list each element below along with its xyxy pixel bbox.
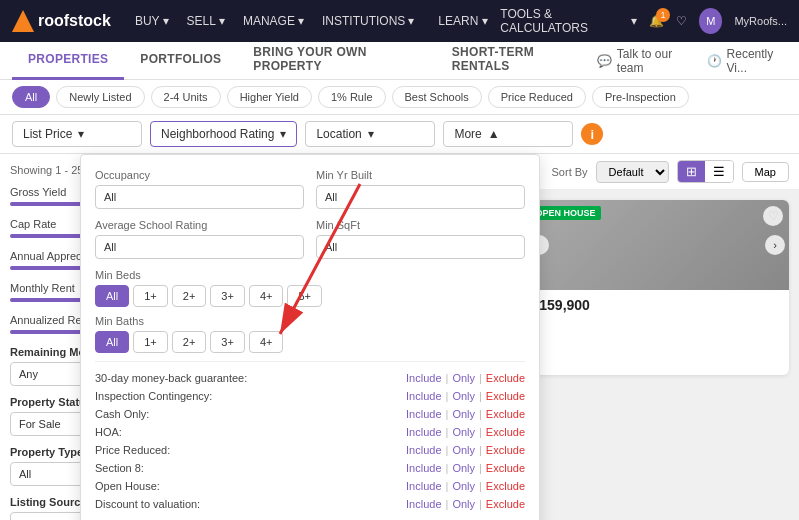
section8-only[interactable]: Only [452,462,475,474]
filter-dropdown-panel: Occupancy All Min Yr Built All Average S… [80,154,540,520]
pill-1pct-rule[interactable]: 1% Rule [318,86,386,108]
price-only[interactable]: Only [452,444,475,456]
talk-to-team[interactable]: 💬 Talk to our team [597,47,691,75]
avg-school-label: Average School Rating [95,219,304,231]
min-yr-built-label: Min Yr Built [316,169,525,181]
card-2-heart[interactable]: ♡ [763,206,783,226]
section8-exclude[interactable]: Exclude [486,462,525,474]
30day-exclude[interactable]: Exclude [486,372,525,384]
user-avatar[interactable]: M [699,8,722,34]
location-dropdown[interactable]: Location ▾ [305,121,435,147]
roof-icon [12,10,34,32]
openhouse-exclude[interactable]: Exclude [486,480,525,492]
nav-manage[interactable]: MANAGE ▾ [235,10,312,32]
min-sqft-select[interactable]: All [316,235,525,259]
cash-only[interactable]: Only [452,408,475,420]
min-sqft-label: Min SqFt [316,219,525,231]
beds-5plus-btn[interactable]: 5+ [287,285,322,307]
nav-buy[interactable]: BUY ▾ [127,10,177,32]
card-2-badge: OPEN HOUSE [531,206,601,220]
favorites-heart[interactable]: ♡ [676,14,687,28]
cash-include[interactable]: Include [406,408,441,420]
brand-name: roofstock [38,12,111,30]
occupancy-select[interactable]: All [95,185,304,209]
subnav-byop[interactable]: BRING YOUR OWN PROPERTY [237,42,435,80]
cap-rate-label: Cap Rate [10,218,56,230]
min-beds-group: All 1+ 2+ 3+ 4+ 5+ [95,285,525,307]
pill-2-4-units[interactable]: 2-4 Units [151,86,221,108]
30day-include[interactable]: Include [406,372,441,384]
school-sqft-row: Average School Rating All Min SqFt All [95,219,525,259]
pill-pre-inspection[interactable]: Pre-Inspection [592,86,689,108]
baths-1plus-btn[interactable]: 1+ [133,331,168,353]
grid-view-btn[interactable]: ⊞ [678,161,705,182]
openhouse-only[interactable]: Only [452,480,475,492]
recently-viewed[interactable]: 🕐 Recently Vi... [707,47,787,75]
pill-best-schools[interactable]: Best Schools [392,86,482,108]
toggle-discount: Discount to valuation: Include | Only | … [95,498,525,510]
top-nav: roofstock BUY ▾ SELL ▾ MANAGE ▾ INSTITUT… [0,0,799,42]
beds-1plus-btn[interactable]: 1+ [133,285,168,307]
inspection-only[interactable]: Only [452,390,475,402]
nav-sell[interactable]: SELL ▾ [179,10,233,32]
inspection-include[interactable]: Include [406,390,441,402]
pill-higher-yield[interactable]: Higher Yield [227,86,312,108]
baths-2plus-btn[interactable]: 2+ [172,331,207,353]
nav-institutions[interactable]: INSTITUTIONS ▾ [314,10,422,32]
nav-right: LEARN ▾ TOOLS & CALCULATORS ▾ 🔔 1 ♡ M My… [438,7,787,35]
avg-school-select[interactable]: All [95,235,304,259]
toggle-hoa: HOA: Include | Only | Exclude [95,426,525,438]
beds-3plus-btn[interactable]: 3+ [210,285,245,307]
list-price-dropdown[interactable]: List Price ▾ [12,121,142,147]
sub-nav-right: 💬 Talk to our team 🕐 Recently Vi... [597,47,787,75]
pill-all[interactable]: All [12,86,50,108]
sort-label: Sort By [552,166,588,178]
inspection-exclude[interactable]: Exclude [486,390,525,402]
pill-price-reduced[interactable]: Price Reduced [488,86,586,108]
nav-items: BUY ▾ SELL ▾ MANAGE ▾ INSTITUTIONS ▾ [127,10,422,32]
neighborhood-rating-dropdown[interactable]: Neighborhood Rating ▾ [150,121,297,147]
price-include[interactable]: Include [406,444,441,456]
subnav-properties[interactable]: PROPERTIES [12,42,124,80]
property-card-2[interactable]: OPEN HOUSE ‹ › ♡ $159,900 [525,200,790,375]
30day-only[interactable]: Only [452,372,475,384]
hoa-include[interactable]: Include [406,426,441,438]
my-roofstock[interactable]: MyRoofs... [734,15,787,27]
subnav-shortterm[interactable]: SHORT-TERM RENTALS [436,42,597,80]
more-dropdown[interactable]: More ▲ [443,121,573,147]
beds-2plus-btn[interactable]: 2+ [172,285,207,307]
baths-all-btn[interactable]: All [95,331,129,353]
discount-only[interactable]: Only [452,498,475,510]
beds-4plus-btn[interactable]: 4+ [249,285,284,307]
pill-newly-listed[interactable]: Newly Listed [56,86,144,108]
openhouse-include[interactable]: Include [406,480,441,492]
sort-select[interactable]: Default [596,161,669,183]
occupancy-built-row: Occupancy All Min Yr Built All [95,169,525,209]
discount-exclude[interactable]: Exclude [486,498,525,510]
nav-learn[interactable]: LEARN ▾ [438,14,488,28]
hoa-exclude[interactable]: Exclude [486,426,525,438]
filter-pills-bar: All Newly Listed 2-4 Units Higher Yield … [0,80,799,115]
map-btn[interactable]: Map [742,162,789,182]
discount-include[interactable]: Include [406,498,441,510]
nav-tools[interactable]: TOOLS & CALCULATORS ▾ [500,7,637,35]
toggle-inspection: Inspection Contingency: Include | Only |… [95,390,525,402]
min-yr-built-select[interactable]: All [316,185,525,209]
list-view-btn[interactable]: ☰ [705,161,733,182]
card-2-nav-right[interactable]: › [765,235,785,255]
subnav-portfolios[interactable]: PORTFOLIOS [124,42,237,80]
price-exclude[interactable]: Exclude [486,444,525,456]
baths-4plus-btn[interactable]: 4+ [249,331,284,353]
cash-exclude[interactable]: Exclude [486,408,525,420]
occupancy-label: Occupancy [95,169,304,181]
card-2-image: OPEN HOUSE ‹ › ♡ [525,200,790,290]
notifications-bell[interactable]: 🔔 1 [649,14,664,28]
section8-include[interactable]: Include [406,462,441,474]
info-icon[interactable]: i [581,123,603,145]
hoa-only[interactable]: Only [452,426,475,438]
toggle-price-reduced: Price Reduced: Include | Only | Exclude [95,444,525,456]
baths-3plus-btn[interactable]: 3+ [210,331,245,353]
sub-nav: PROPERTIES PORTFOLIOS BRING YOUR OWN PRO… [0,42,799,80]
brand-logo[interactable]: roofstock [12,10,111,32]
beds-all-btn[interactable]: All [95,285,129,307]
